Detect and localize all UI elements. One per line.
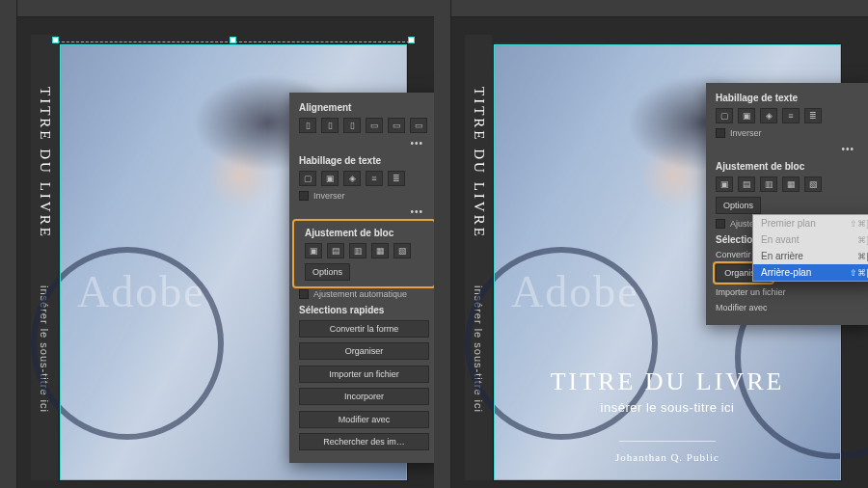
convert-shape-button[interactable]: Convertir la forme — [299, 320, 429, 338]
fit-frame-icon[interactable]: ▦ — [371, 243, 389, 258]
wrap-none-icon[interactable]: ▢ — [299, 171, 316, 186]
import-file-label: Importer un fichier — [716, 287, 800, 297]
arrange-menu[interactable]: Premier plan⇧⌘] En avant⌘] En arrière⌘[ … — [752, 214, 868, 282]
wrap-jump-next-icon[interactable]: ≣ — [804, 108, 822, 123]
cover-title: TITRE DU LIVRE — [494, 367, 841, 396]
section-quick: Sélections rapides — [289, 301, 434, 317]
align-left-icon[interactable]: ▯ — [299, 118, 316, 133]
properties-panel[interactable]: Habillage de texte ▢ ▣ ◈ ≡ ≣ Inverser ••… — [706, 83, 868, 325]
align-bottom-icon[interactable]: ▭ — [410, 118, 427, 133]
wrap-bounding-icon[interactable]: ▣ — [321, 171, 339, 186]
fit-center-icon[interactable]: ▧ — [804, 176, 822, 192]
wrap-jump-icon[interactable]: ≡ — [782, 108, 800, 123]
align-center-v-icon[interactable]: ▭ — [388, 118, 405, 133]
fit-fill-icon[interactable]: ▥ — [760, 176, 777, 192]
fit-options-button[interactable]: Options — [716, 197, 761, 214]
alignment-icons-row: ▯ ▯ ▯ ▭ ▭ ▭ ••• — [289, 115, 434, 151]
auto-fit-label: Ajustement automatique — [313, 289, 407, 299]
wrap-jump-next-icon[interactable]: ≣ — [388, 171, 405, 186]
invert-label: Inverser — [313, 191, 345, 201]
properties-panel[interactable]: Alignement ▯ ▯ ▯ ▭ ▭ ▭ ••• Habillage de … — [289, 93, 434, 463]
vertical-ruler — [434, 0, 451, 488]
align-right-icon[interactable]: ▯ — [343, 118, 361, 133]
watermark: Adobe — [77, 266, 205, 317]
fit-fill-icon[interactable]: ▥ — [349, 243, 366, 258]
section-text-wrap: Habillage de texte — [289, 151, 434, 168]
spine-title: TITRE DU LIVRE — [471, 87, 487, 239]
auto-fit-checkbox[interactable] — [299, 289, 309, 299]
edit-with-label: Modifier avec — [716, 303, 800, 312]
fit-center-icon[interactable]: ▧ — [393, 243, 411, 258]
cover-title-block: TITRE DU LIVRE insérer le sous-titre ici — [494, 367, 841, 415]
cover-subtitle: insérer le sous-titre ici — [494, 400, 841, 415]
fit-prop-icon[interactable]: ▤ — [738, 176, 755, 192]
fit-content-icon[interactable]: ▣ — [305, 243, 322, 258]
import-file-button[interactable]: Importer un fichier — [299, 366, 429, 383]
watermark: Adobe — [511, 266, 639, 317]
vertical-ruler — [0, 0, 17, 488]
book-spine: TITRE DU LIVRE insérer le sous-titre ici — [465, 35, 492, 480]
wrap-jump-icon[interactable]: ≡ — [366, 171, 383, 186]
more-icon[interactable]: ••• — [410, 138, 429, 149]
section-frame-fit: Ajustement de bloc — [295, 224, 433, 240]
book-spine: TITRE DU LIVRE insérer le sous-titre ici — [31, 35, 58, 480]
menu-bring-forward[interactable]: En avant⌘] — [753, 231, 868, 248]
invert-checkbox[interactable] — [716, 128, 725, 138]
cover-author: Johanthan Q. Public — [494, 451, 841, 463]
section-text-wrap: Habillage de texte — [706, 89, 868, 105]
invert-checkbox[interactable] — [299, 191, 309, 201]
fit-content-icon[interactable]: ▣ — [716, 176, 733, 192]
arrange-button[interactable]: Organiser — [299, 342, 429, 360]
invert-label: Inverser — [730, 128, 762, 138]
embed-button[interactable]: Incorporer — [299, 388, 429, 405]
auto-fit-checkbox[interactable] — [716, 219, 725, 229]
spine-title: TITRE DU LIVRE — [37, 87, 53, 239]
more-icon[interactable]: ••• — [410, 206, 429, 217]
fit-frame-icon[interactable]: ▦ — [782, 176, 800, 192]
align-top-icon[interactable]: ▭ — [366, 118, 383, 133]
fit-prop-icon[interactable]: ▤ — [327, 243, 344, 258]
menu-send-to-back[interactable]: Arrière-plan⇧⌘[ — [753, 264, 868, 281]
section-alignment: Alignement — [289, 98, 434, 115]
left-screenshot: TITRE DU LIVRE insérer le sous-titre ici… — [0, 0, 434, 488]
horizontal-ruler — [17, 0, 434, 17]
menu-bring-to-front[interactable]: Premier plan⇧⌘] — [753, 215, 868, 231]
wrap-none-icon[interactable]: ▢ — [716, 108, 733, 123]
search-images-button[interactable]: Rechercher des im… — [299, 433, 429, 450]
section-frame-fit: Ajustement de bloc — [706, 157, 868, 174]
wrap-shape-icon[interactable]: ◈ — [760, 108, 777, 123]
wrap-shape-icon[interactable]: ◈ — [343, 171, 361, 186]
edit-with-button[interactable]: Modifier avec — [299, 411, 429, 428]
menu-send-backward[interactable]: En arrière⌘[ — [753, 248, 868, 264]
wrap-bounding-icon[interactable]: ▣ — [738, 108, 755, 123]
more-icon[interactable]: ••• — [841, 144, 860, 154]
align-center-h-icon[interactable]: ▯ — [321, 118, 339, 133]
right-screenshot: TITRE DU LIVRE insérer le sous-titre ici… — [434, 0, 868, 488]
horizontal-ruler — [451, 0, 868, 17]
fit-options-button[interactable]: Options — [305, 263, 350, 281]
author-rule — [619, 441, 716, 442]
